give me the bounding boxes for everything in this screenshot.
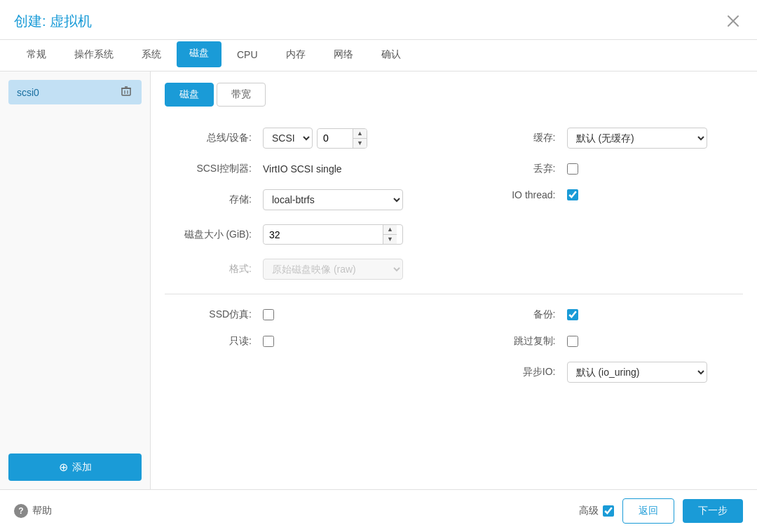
back-button[interactable]: 返回 xyxy=(622,498,674,524)
io-thread-checkbox[interactable] xyxy=(567,189,578,200)
format-row: 格式: 原始磁盘映像 (raw) xyxy=(165,252,454,287)
sidebar: scsi0 ⊕ 添加 xyxy=(0,71,151,489)
add-icon: ⊕ xyxy=(59,461,68,474)
bus-select[interactable]: SCSI xyxy=(263,128,313,149)
add-disk-button[interactable]: ⊕ 添加 xyxy=(8,453,142,481)
ssd-checkbox[interactable] xyxy=(263,309,274,320)
readonly-checkbox-wrap xyxy=(263,336,274,347)
ssd-checkbox-wrap xyxy=(263,309,274,320)
storage-label: 存储: xyxy=(165,193,263,206)
tab-general[interactable]: 常规 xyxy=(14,40,59,71)
skip-copy-row: 跳过复制: xyxy=(469,328,744,355)
disk-size-up[interactable]: ▲ xyxy=(383,225,397,235)
trash-icon xyxy=(121,86,132,97)
discard-checkbox-wrap xyxy=(567,163,578,175)
tab-network[interactable]: 网络 xyxy=(321,40,366,71)
disk-size-down[interactable]: ▼ xyxy=(383,235,397,244)
storage-select[interactable]: local-btrfs xyxy=(263,189,403,210)
cache-label: 缓存: xyxy=(469,132,567,144)
footer: ? 帮助 高级 返回 下一步 xyxy=(0,489,757,532)
advanced-checkbox[interactable] xyxy=(603,505,614,517)
bus-label: 总线/设备: xyxy=(165,132,263,144)
panel-tab-bandwidth[interactable]: 带宽 xyxy=(217,83,266,107)
bus-num-down[interactable]: ▼ xyxy=(353,139,367,148)
ssd-label: SSD仿真: xyxy=(165,308,263,321)
add-label: 添加 xyxy=(72,461,92,474)
tab-system[interactable]: 系统 xyxy=(129,40,174,71)
readonly-row: 只读: xyxy=(165,328,454,355)
bus-num-spinner[interactable]: 0 ▲ ▼ xyxy=(317,128,367,149)
left-bottom: SSD仿真: 只读: xyxy=(165,301,454,390)
scsi-controller-row: SCSI控制器: VirtIO SCSI single xyxy=(165,156,454,182)
help-label: 帮助 xyxy=(32,505,52,517)
right-bottom: 备份: 跳过复制: 异步IO: xyxy=(454,301,744,390)
sidebar-delete-button[interactable] xyxy=(119,86,133,99)
io-thread-label: IO thread: xyxy=(469,189,567,200)
footer-left: ? 帮助 xyxy=(14,504,52,518)
backup-row: 备份: xyxy=(469,301,744,328)
cache-select[interactable]: 默认 (无缓存) xyxy=(567,128,707,149)
skip-copy-label: 跳过复制: xyxy=(469,335,567,348)
svg-rect-2 xyxy=(122,88,130,95)
next-button[interactable]: 下一步 xyxy=(683,499,743,523)
tab-cpu[interactable]: CPU xyxy=(224,41,271,71)
skip-copy-checkbox-wrap xyxy=(567,336,578,347)
tab-os[interactable]: 操作系统 xyxy=(62,40,126,71)
dialog-title: 创建: 虚拟机 xyxy=(14,12,92,31)
tab-confirm[interactable]: 确认 xyxy=(369,40,414,71)
async-io-label: 异步IO: xyxy=(469,366,567,378)
advanced-wrap: 高级 xyxy=(579,505,614,517)
advanced-label: 高级 xyxy=(579,505,599,517)
io-thread-checkbox-wrap xyxy=(567,189,578,200)
disk-size-label: 磁盘大小 (GiB): xyxy=(165,229,263,241)
disk-size-input[interactable]: 32 xyxy=(264,226,383,244)
left-section: 总线/设备: SCSI 0 ▲ ▼ xyxy=(165,121,454,287)
bus-num-spinner-btns: ▲ ▼ xyxy=(353,129,367,148)
scsi-value: VirtIO SCSI single xyxy=(263,163,342,175)
discard-label: 丢弃: xyxy=(469,163,567,175)
cache-row: 缓存: 默认 (无缓存) xyxy=(469,121,744,156)
close-button[interactable] xyxy=(723,11,743,31)
disk-size-spinner-btns: ▲ ▼ xyxy=(383,225,397,244)
readonly-checkbox[interactable] xyxy=(263,336,274,347)
bus-device-row: 总线/设备: SCSI 0 ▲ ▼ xyxy=(165,121,454,156)
dialog-header: 创建: 虚拟机 xyxy=(0,0,757,40)
close-icon xyxy=(727,15,739,27)
ssd-row: SSD仿真: xyxy=(165,301,454,328)
create-vm-dialog: 创建: 虚拟机 常规 操作系统 系统 磁盘 CPU 内存 网络 确认 scsi0 xyxy=(0,0,757,532)
discard-checkbox[interactable] xyxy=(567,163,578,175)
async-io-select[interactable]: 默认 (io_uring) xyxy=(567,362,707,383)
sidebar-disk-item[interactable]: scsi0 xyxy=(8,80,142,104)
tab-bar: 常规 操作系统 系统 磁盘 CPU 内存 网络 确认 xyxy=(0,40,757,71)
main-panel: 磁盘 带宽 总线/设备: SCSI 0 xyxy=(151,71,757,489)
disk-form: 总线/设备: SCSI 0 ▲ ▼ xyxy=(165,121,743,287)
scsi-label: SCSI控制器: xyxy=(165,163,263,175)
storage-row: 存储: local-btrfs xyxy=(165,182,454,217)
bus-control: SCSI 0 ▲ ▼ xyxy=(263,128,367,149)
tab-memory[interactable]: 内存 xyxy=(273,40,318,71)
backup-checkbox-wrap xyxy=(567,309,578,320)
help-button[interactable]: ? 帮助 xyxy=(14,504,52,518)
format-select[interactable]: 原始磁盘映像 (raw) xyxy=(263,259,403,280)
tab-disk[interactable]: 磁盘 xyxy=(177,41,221,67)
disk-size-spinner[interactable]: 32 ▲ ▼ xyxy=(263,224,403,245)
bottom-form: SSD仿真: 只读: xyxy=(165,301,743,390)
format-label: 格式: xyxy=(165,263,263,275)
skip-copy-checkbox[interactable] xyxy=(567,336,578,347)
backup-label: 备份: xyxy=(469,308,567,321)
footer-right: 高级 返回 下一步 xyxy=(579,498,743,524)
async-io-row: 异步IO: 默认 (io_uring) xyxy=(469,355,744,390)
panel-tabs: 磁盘 带宽 xyxy=(165,83,743,107)
io-thread-row: IO thread: xyxy=(469,182,744,207)
right-section: 缓存: 默认 (无缓存) 丢弃: IO thread: xyxy=(454,121,744,287)
form-divider xyxy=(165,294,743,294)
content-area: scsi0 ⊕ 添加 磁盘 xyxy=(0,71,757,489)
disk-size-row: 磁盘大小 (GiB): 32 ▲ ▼ xyxy=(165,217,454,252)
bus-num-input[interactable]: 0 xyxy=(318,129,353,147)
panel-tab-disk[interactable]: 磁盘 xyxy=(165,83,214,107)
bus-num-up[interactable]: ▲ xyxy=(353,129,367,139)
sidebar-item-label: scsi0 xyxy=(17,87,39,98)
backup-checkbox[interactable] xyxy=(567,309,578,320)
readonly-label: 只读: xyxy=(165,335,263,348)
discard-row: 丢弃: xyxy=(469,156,744,182)
